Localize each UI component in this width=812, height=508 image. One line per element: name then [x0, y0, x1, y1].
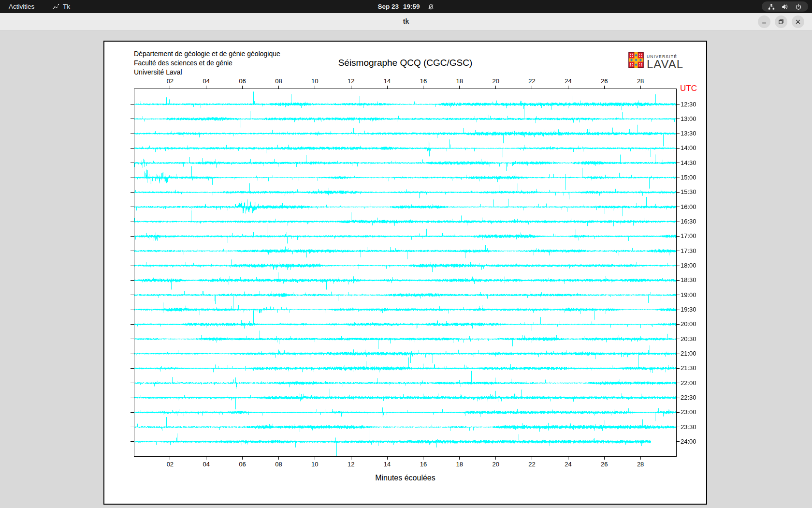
utc-time-label: 17:30 [681, 247, 696, 254]
utc-time-label: 19:00 [681, 291, 696, 299]
left-row-tick [130, 178, 134, 178]
top-minute-tick-label: 28 [637, 77, 644, 85]
top-minute-tick [495, 86, 496, 89]
tk-app-icon [52, 3, 59, 10]
top-minute-tick-label: 08 [275, 77, 282, 85]
left-row-tick [130, 104, 134, 105]
utc-time-label: 18:30 [681, 276, 696, 284]
right-row-tick [677, 354, 680, 354]
top-minute-tick-label: 10 [311, 77, 318, 85]
restore-button[interactable] [775, 15, 787, 28]
volume-icon [782, 3, 788, 10]
right-row-tick [677, 148, 680, 149]
bottom-minute-tick-label: 28 [637, 461, 644, 468]
bottom-minute-tick [640, 457, 641, 460]
top-minute-tick-label: 06 [239, 77, 246, 85]
bottom-minute-tick-label: 24 [565, 461, 571, 468]
bottom-minute-tick [495, 457, 496, 460]
bottom-minute-tick-label: 12 [348, 461, 354, 468]
left-row-tick [130, 251, 134, 251]
left-row-tick [130, 441, 134, 442]
right-row-tick [677, 398, 680, 398]
right-row-tick [677, 236, 680, 237]
left-row-tick [130, 339, 134, 339]
bottom-minute-tick [459, 457, 460, 460]
right-row-tick [677, 368, 680, 369]
top-minute-tick [568, 86, 568, 89]
top-minute-tick [387, 86, 388, 89]
left-row-tick [130, 398, 134, 398]
laval-logo-text: UNIVERSITÉ LAVAL [647, 52, 683, 70]
utc-time-label: 21:00 [681, 350, 696, 357]
bottom-minute-tick-label: 18 [456, 461, 463, 468]
left-row-tick [130, 134, 134, 134]
system-status-menu[interactable] [762, 1, 808, 12]
top-minute-tick-label: 16 [420, 77, 427, 85]
utc-time-label: 23:00 [681, 408, 696, 416]
bottom-minute-tick-label: 10 [311, 461, 318, 468]
top-minute-tick [640, 86, 641, 89]
bottom-minute-tick-label: 02 [167, 461, 174, 468]
utc-time-label: 20:30 [681, 335, 696, 343]
top-minute-tick [315, 86, 315, 89]
utc-time-label: 19:30 [681, 306, 696, 313]
network-wired-icon [768, 3, 775, 10]
top-minute-tick-label: 24 [565, 77, 571, 85]
left-row-tick [130, 427, 134, 427]
bottom-minute-tick [206, 457, 206, 460]
top-minute-tick [206, 86, 206, 89]
right-row-tick [677, 339, 680, 339]
right-row-tick [677, 441, 680, 442]
clock-button[interactable]: Sep 23 19:59 [377, 0, 434, 13]
activities-label: Activities [9, 3, 34, 10]
window-titlebar[interactable]: tk [0, 13, 812, 31]
right-row-tick [677, 266, 680, 266]
app-name-label: Tk [63, 3, 70, 10]
right-row-tick [677, 412, 680, 413]
clock-time: 19:59 [403, 3, 420, 10]
bottom-minute-tick [315, 457, 315, 460]
bottom-minute-tick [532, 457, 532, 460]
left-row-tick [130, 163, 134, 163]
right-row-tick [677, 383, 680, 383]
right-row-tick [677, 104, 680, 105]
bottom-minute-tick [423, 457, 423, 460]
top-minute-tick [423, 86, 423, 89]
window-title: tk [0, 17, 812, 25]
right-row-tick [677, 295, 680, 295]
top-minute-tick-label: 18 [456, 77, 463, 85]
bottom-minute-tick-label: 26 [601, 461, 608, 468]
utc-time-label: 16:00 [681, 203, 696, 210]
top-minute-tick [242, 86, 243, 89]
right-row-tick [677, 427, 680, 427]
desktop: Activities Tk Sep 23 19:59 [0, 0, 812, 508]
top-minute-tick-label: 14 [384, 77, 391, 85]
bottom-minute-tick [242, 457, 243, 460]
close-button[interactable] [792, 15, 804, 28]
bottom-minute-tick-label: 14 [384, 461, 391, 468]
top-minute-tick [604, 86, 605, 89]
utc-time-label: 22:00 [681, 379, 696, 387]
utc-time-label: 20:00 [681, 320, 696, 328]
top-minute-tick [532, 86, 532, 89]
left-row-tick [130, 324, 134, 325]
minimize-button[interactable] [758, 15, 770, 28]
utc-label: UTC [680, 84, 697, 93]
laval-logo-laval: LAVAL [647, 59, 683, 69]
bottom-minute-tick-label: 06 [239, 461, 246, 468]
utc-time-label: 13:30 [681, 130, 696, 137]
bottom-minute-tick [568, 457, 568, 460]
utc-time-label: 13:00 [681, 115, 696, 122]
bottom-minute-tick [387, 457, 388, 460]
left-row-tick [130, 295, 134, 295]
utc-time-label: 17:00 [681, 232, 696, 239]
header-line-3: Université Laval [134, 68, 280, 77]
utc-time-label: 22:30 [681, 394, 696, 401]
utc-time-label: 18:00 [681, 262, 696, 269]
notifications-muted-icon [428, 3, 435, 10]
activities-button[interactable]: Activities [9, 0, 34, 13]
focused-app-menu[interactable]: Tk [52, 0, 70, 13]
left-row-tick [130, 266, 134, 266]
top-minute-tick-label: 20 [492, 77, 499, 85]
bottom-minute-tick-label: 22 [528, 461, 535, 468]
